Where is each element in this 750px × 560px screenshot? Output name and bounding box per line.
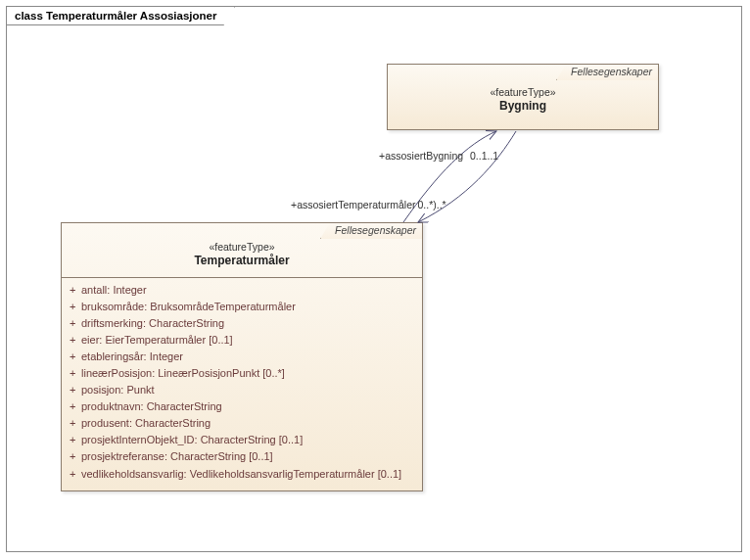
attribute-visibility: +	[70, 315, 81, 332]
attribute-visibility: +	[70, 398, 81, 415]
diagram-title: class Temperaturmåler Assosiasjoner	[15, 10, 216, 22]
attribute-text: produktnavn: CharacterString	[81, 400, 222, 412]
attribute-visibility: +	[70, 382, 81, 398]
class-bygning-package: Fellesegenskaper	[571, 66, 652, 77]
attribute-text: antall: Integer	[81, 284, 147, 296]
attribute-visibility: +	[70, 415, 81, 432]
attribute-visibility: +	[70, 349, 81, 365]
attribute-row: +vedlikeholdsansvarlig: Vedlikeholdsansv…	[70, 466, 414, 483]
attribute-row: +antall: Integer	[70, 282, 414, 299]
class-bygning-name: Bygning	[396, 99, 650, 113]
diagram-frame: class Temperaturmåler Assosiasjoner Fell…	[6, 6, 742, 552]
attribute-row: +lineærPosisjon: LineærPosisjonPunkt [0.…	[70, 365, 414, 382]
attribute-visibility: +	[70, 365, 81, 382]
class-temperaturmaler: Fellesegenskaper «featureType» Temperatu…	[61, 222, 423, 491]
attribute-text: etableringsår: Integer	[81, 350, 183, 362]
attribute-row: +eier: EierTemperaturmåler [0..1]	[70, 332, 414, 349]
attribute-visibility: +	[70, 466, 81, 483]
attribute-text: bruksområde: BruksområdeTemperaturmåler	[81, 301, 296, 312]
class-temperaturmaler-package: Fellesegenskaper	[335, 224, 416, 236]
attribute-row: +prosjektInternObjekt_ID: CharacterStrin…	[70, 432, 414, 448]
attribute-row: +driftsmerking: CharacterString	[70, 315, 414, 332]
attribute-visibility: +	[70, 299, 81, 315]
assoc-role-temperaturmaler: +assosiertTemperaturmåler0..*)..*	[291, 199, 446, 210]
class-temperaturmaler-name: Temperaturmåler	[70, 254, 414, 267]
attribute-text: produsent: CharacterString	[81, 417, 211, 429]
attribute-visibility: +	[70, 332, 81, 349]
attribute-row: +produsent: CharacterString	[70, 415, 414, 432]
class-bygning: Fellesegenskaper «featureType» Bygning	[387, 64, 659, 130]
attribute-text: eier: EierTemperaturmåler [0..1]	[81, 334, 233, 346]
attribute-visibility: +	[70, 432, 81, 448]
attribute-text: prosjektreferanse: CharacterString [0..1…	[81, 450, 273, 462]
attribute-row: +posisjon: Punkt	[70, 382, 414, 398]
assoc-role-bygning: +assosiertBygning 0..1..1	[379, 150, 498, 162]
attribute-text: vedlikeholdsansvarlig: Vedlikeholdsansva…	[81, 468, 401, 480]
attribute-text: lineærPosisjon: LineærPosisjonPunkt [0..…	[81, 367, 285, 379]
attribute-visibility: +	[70, 448, 81, 465]
attribute-text: prosjektInternObjekt_ID: CharacterString…	[81, 434, 303, 445]
class-temperaturmaler-package-tab: Fellesegenskaper	[320, 222, 423, 239]
class-temperaturmaler-attributes: +antall: Integer+bruksområde: Bruksområd…	[62, 278, 422, 490]
attribute-row: +prosjektreferanse: CharacterString [0..…	[70, 448, 414, 465]
attribute-text: posisjon: Punkt	[81, 384, 155, 396]
class-bygning-stereotype: «featureType»	[396, 86, 650, 98]
attribute-row: +bruksområde: BruksområdeTemperaturmåler	[70, 299, 414, 315]
attribute-text: driftsmerking: CharacterString	[81, 317, 224, 329]
class-temperaturmaler-stereotype: «featureType»	[70, 241, 414, 253]
class-bygning-package-tab: Fellesegenskaper	[556, 64, 659, 80]
attribute-visibility: +	[70, 282, 81, 299]
attribute-row: +etableringsår: Integer	[70, 349, 414, 365]
diagram-title-tab: class Temperaturmåler Assosiasjoner	[6, 6, 235, 25]
attribute-row: +produktnavn: CharacterString	[70, 398, 414, 415]
